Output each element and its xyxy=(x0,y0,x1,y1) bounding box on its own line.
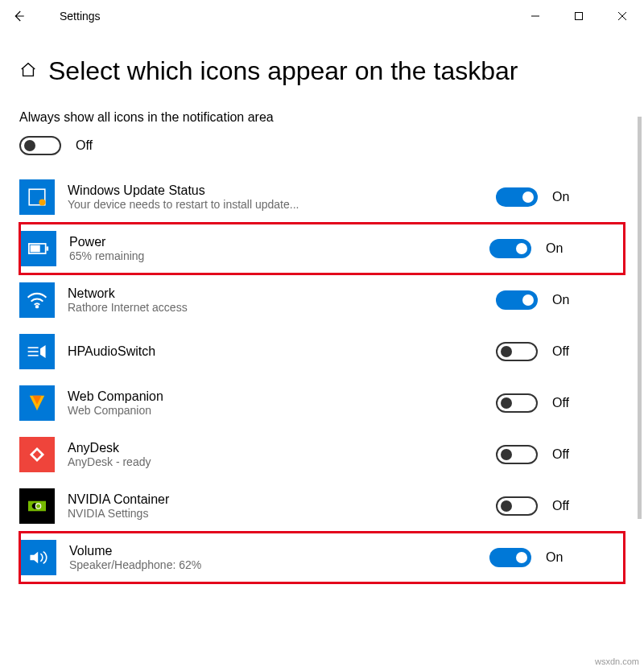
toggle-state-label: Off xyxy=(552,447,569,462)
window-title: Settings xyxy=(60,10,101,23)
toggle-state-label: On xyxy=(552,190,569,204)
web-companion-icon xyxy=(19,385,55,421)
minimize-button[interactable] xyxy=(514,0,557,32)
watermark: wsxdn.com xyxy=(595,657,639,666)
toggle-state-label: On xyxy=(552,293,569,307)
row-texts: VolumeSpeaker/Headphone: 62% xyxy=(69,544,477,571)
master-toggle-row: Off xyxy=(19,136,625,155)
always-show-label: Always show all icons in the notificatio… xyxy=(19,110,625,125)
toggle-zone: Off xyxy=(496,496,625,516)
web-companion-toggle[interactable] xyxy=(496,393,538,413)
close-icon xyxy=(617,11,627,21)
scrollbar[interactable] xyxy=(638,117,642,519)
audio-switch-icon xyxy=(19,334,55,369)
arrow-left-icon xyxy=(11,9,26,23)
toggle-zone: On xyxy=(489,548,618,567)
toggle-zone: Off xyxy=(496,393,625,413)
row-title: Power xyxy=(69,235,375,249)
svg-point-7 xyxy=(36,306,38,307)
power-toggle[interactable] xyxy=(489,239,531,258)
list-row-volume: VolumeSpeaker/Headphone: 62%On xyxy=(19,532,625,583)
page-title: Select which icons appear on the taskbar xyxy=(48,56,518,86)
row-subtitle: 65% remaining xyxy=(69,249,375,262)
svg-rect-6 xyxy=(47,246,49,250)
wifi-icon xyxy=(19,282,55,318)
row-texts: Windows Update StatusYour device needs t… xyxy=(68,183,483,211)
anydesk-toggle[interactable] xyxy=(496,445,538,464)
row-subtitle: AnyDesk - ready xyxy=(68,455,374,468)
row-title: Web Companion xyxy=(68,389,374,404)
update-icon xyxy=(19,179,55,215)
row-title: Windows Update Status xyxy=(68,183,374,198)
svg-rect-16 xyxy=(28,501,46,512)
toggle-state-label: On xyxy=(546,550,563,565)
row-subtitle: Web Companion xyxy=(68,404,374,417)
minimize-icon xyxy=(530,11,540,21)
page-header: Select which icons appear on the taskbar xyxy=(0,32,644,101)
close-button[interactable] xyxy=(601,0,644,32)
maximize-icon xyxy=(574,11,584,21)
toggle-zone: Off xyxy=(496,342,625,361)
network-toggle[interactable] xyxy=(496,290,538,310)
nvidia-toggle[interactable] xyxy=(496,496,538,516)
back-button[interactable] xyxy=(11,9,37,23)
toggle-state-label: Off xyxy=(552,344,569,359)
toggle-zone: Off xyxy=(496,445,625,464)
titlebar: Settings xyxy=(0,0,644,32)
row-subtitle: Speaker/Headphone: 62% xyxy=(69,558,375,571)
window-buttons xyxy=(514,0,644,32)
toggle-state-label: Off xyxy=(552,499,569,513)
toggle-zone: On xyxy=(489,239,618,258)
svg-marker-18 xyxy=(30,552,38,564)
list-row-web-companion: Web CompanionWeb CompanionOff xyxy=(19,377,625,429)
content-area: Always show all icons in the notificatio… xyxy=(0,110,644,583)
list-row-hpaudio: HPAudioSwitchOff xyxy=(19,326,625,377)
toggle-state-label: Off xyxy=(552,396,569,410)
svg-rect-5 xyxy=(31,245,40,253)
svg-marker-11 xyxy=(41,347,45,357)
row-texts: Power65% remaining xyxy=(69,235,477,262)
list-row-power: Power65% remainingOn xyxy=(19,223,625,274)
svg-point-3 xyxy=(39,199,45,205)
maximize-button[interactable] xyxy=(557,0,601,32)
master-toggle[interactable] xyxy=(19,136,61,155)
row-texts: HPAudioSwitch xyxy=(68,344,483,359)
home-icon[interactable] xyxy=(19,61,37,82)
row-subtitle: Your device needs to restart to install … xyxy=(68,198,374,211)
list-row-windows-update: Windows Update StatusYour device needs t… xyxy=(19,171,625,223)
toggle-zone: On xyxy=(496,187,625,207)
row-subtitle: Rathore Internet access xyxy=(68,301,374,314)
battery-icon xyxy=(21,231,56,266)
list-row-network: NetworkRathore Internet accessOn xyxy=(19,274,625,326)
windows-update-toggle[interactable] xyxy=(496,187,538,207)
volume-toggle[interactable] xyxy=(489,548,531,567)
row-texts: AnyDeskAnyDesk - ready xyxy=(68,441,483,468)
hpaudio-toggle[interactable] xyxy=(496,342,538,361)
toggle-zone: On xyxy=(496,290,625,310)
row-title: Network xyxy=(68,286,374,301)
row-texts: NVIDIA ContainerNVIDIA Settings xyxy=(68,492,483,520)
icon-list: Windows Update StatusYour device needs t… xyxy=(19,171,625,583)
row-title: NVIDIA Container xyxy=(68,492,374,507)
list-row-anydesk: AnyDeskAnyDesk - readyOff xyxy=(19,429,625,480)
anydesk-icon xyxy=(19,437,55,472)
row-subtitle: NVIDIA Settings xyxy=(68,507,374,520)
row-title: Volume xyxy=(69,544,375,558)
master-toggle-label: Off xyxy=(76,138,93,153)
row-title: HPAudioSwitch xyxy=(68,344,374,359)
nvidia-icon xyxy=(19,488,55,524)
row-title: AnyDesk xyxy=(68,441,374,455)
row-texts: NetworkRathore Internet access xyxy=(68,286,483,314)
row-texts: Web CompanionWeb Companion xyxy=(68,389,483,417)
toggle-state-label: On xyxy=(546,241,563,256)
svg-rect-1 xyxy=(576,13,583,20)
list-row-nvidia: NVIDIA ContainerNVIDIA SettingsOff xyxy=(19,480,625,532)
volume-icon xyxy=(21,540,56,575)
